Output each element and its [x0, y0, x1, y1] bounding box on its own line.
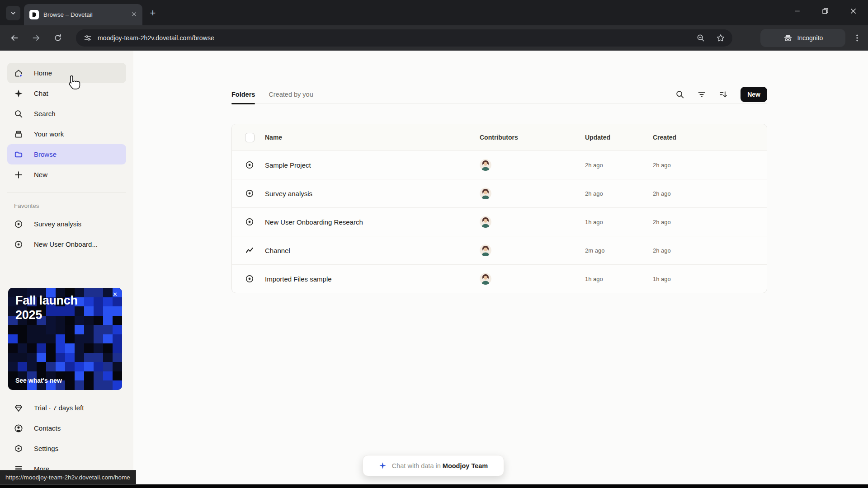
row-created: 2h ago: [653, 219, 767, 225]
incognito-label: Incognito: [797, 34, 823, 42]
contributor-avatar[interactable]: [480, 244, 491, 256]
fall-launch-promo-card[interactable]: Fall launch 2025 ✕ See what's new: [8, 288, 122, 390]
row-name[interactable]: Survey analysis: [265, 190, 477, 197]
contributor-avatar[interactable]: [480, 188, 491, 199]
contributor-avatar[interactable]: [480, 273, 491, 285]
settings-icon: [14, 444, 23, 453]
sidebar-footer-item-trial-7-days-left[interactable]: Trial · 7 days left: [7, 398, 126, 418]
sidebar-item-label: Browse: [34, 150, 57, 158]
back-icon[interactable]: [10, 33, 19, 42]
tab-strip-chevron-button[interactable]: [6, 6, 20, 20]
contributor-avatar[interactable]: [480, 159, 491, 171]
row-updated: 1h ago: [585, 219, 653, 225]
window-restore-button[interactable]: [811, 0, 839, 22]
sidebar-item-label: New: [34, 171, 47, 178]
row-name[interactable]: Imported Files sample: [265, 275, 477, 283]
promo-title: Fall launch 2025: [15, 293, 83, 323]
project-icon: [14, 240, 23, 249]
favorite-item-label: New User Onboard...: [34, 240, 98, 248]
filter-icon[interactable]: [697, 90, 706, 99]
dovetail-favicon: [29, 10, 39, 19]
row-updated: 2h ago: [585, 190, 653, 197]
promo-close-icon[interactable]: ✕: [113, 291, 118, 297]
sidebar-item-new[interactable]: New: [7, 164, 126, 185]
contact-icon: [14, 424, 23, 433]
project-icon: [245, 274, 254, 283]
promo-cta-link[interactable]: See what's new: [15, 377, 62, 384]
reload-icon[interactable]: [53, 33, 62, 42]
chat-with-data-button[interactable]: Chat with data in Moodjoy Team: [363, 455, 504, 476]
sidebar-divider: [7, 192, 126, 192]
table-row[interactable]: Survey analysis2h ago2h ago: [232, 179, 767, 207]
table-row[interactable]: New User Onboarding Research1h ago2h ago: [232, 207, 767, 236]
project-icon: [245, 189, 254, 198]
sidebar-item-browse[interactable]: Browse: [7, 144, 126, 164]
row-created: 2h ago: [653, 162, 767, 169]
sidebar-footer-item-settings[interactable]: Settings: [7, 438, 126, 459]
tab-folders[interactable]: Folders: [231, 85, 255, 103]
browser-tab[interactable]: Browse – Dovetail: [24, 4, 142, 25]
table-header: Name Contributors Updated Created: [232, 124, 767, 150]
row-created: 2h ago: [653, 190, 767, 197]
sidebar: HomeChatSearchYour workBrowseNew Favorit…: [0, 51, 133, 488]
row-name[interactable]: Sample Project: [265, 161, 477, 169]
close-icon: [131, 11, 137, 17]
zoom-icon[interactable]: [696, 33, 705, 42]
project-icon: [245, 160, 254, 169]
tab-close-button[interactable]: [131, 11, 137, 19]
chevron-down-icon: [9, 9, 18, 18]
status-url-bar: https://moodjoy-team-2h2v.dovetail.com/h…: [0, 470, 136, 485]
new-tab-button[interactable]: +: [146, 7, 159, 19]
footer-item-label: Contacts: [34, 424, 61, 432]
column-header-updated[interactable]: Updated: [585, 134, 653, 141]
screen-bottom-edge: [0, 484, 868, 488]
column-header-contributors[interactable]: Contributors: [477, 134, 585, 141]
footer-item-label: Trial · 7 days left: [34, 404, 84, 412]
main-area: Folders Created by you New Name Contribu…: [133, 51, 868, 488]
sidebar-item-label: Your work: [34, 130, 64, 138]
row-created: 2h ago: [653, 247, 767, 254]
favorite-item-new-user-onboard[interactable]: New User Onboard...: [7, 234, 126, 254]
favorite-item-survey-analysis[interactable]: Survey analysis: [7, 214, 126, 234]
bookmark-star-icon[interactable]: [716, 33, 725, 42]
folder-icon: [14, 150, 23, 159]
new-folder-button[interactable]: New: [741, 87, 767, 102]
gem-icon: [14, 404, 23, 413]
sort-icon[interactable]: [719, 90, 728, 99]
folders-tabs-row: Folders Created by you New: [231, 85, 767, 104]
column-header-created[interactable]: Created: [653, 134, 767, 141]
address-bar[interactable]: moodjoy-team-2h2v.dovetail.com/browse: [76, 29, 732, 47]
sidebar-item-your-work[interactable]: Your work: [7, 124, 126, 144]
chat-pill-text: Chat with data in Moodjoy Team: [392, 462, 488, 469]
url-text[interactable]: moodjoy-team-2h2v.dovetail.com/browse: [98, 34, 214, 42]
favorites-heading: Favorites: [14, 202, 119, 209]
select-all-checkbox[interactable]: [245, 133, 255, 142]
home-icon: [14, 69, 23, 78]
contributor-avatar[interactable]: [480, 216, 491, 228]
table-row[interactable]: Sample Project2h ago2h ago: [232, 150, 767, 179]
forward-icon[interactable]: [32, 33, 41, 42]
row-updated: 2h ago: [585, 162, 653, 169]
search-icon: [14, 109, 23, 118]
favorite-item-label: Survey analysis: [34, 220, 81, 228]
sidebar-footer-item-contacts[interactable]: Contacts: [7, 418, 126, 438]
sparkle-icon: [14, 89, 23, 98]
window-close-button[interactable]: [839, 0, 867, 22]
table-row[interactable]: Imported Files sample1h ago1h ago: [232, 264, 767, 293]
row-name[interactable]: New User Onboarding Research: [265, 218, 477, 226]
footer-item-label: Settings: [34, 445, 58, 452]
column-header-name[interactable]: Name: [265, 134, 477, 141]
sidebar-item-label: Chat: [34, 89, 48, 97]
window-minimize-button[interactable]: [783, 0, 811, 22]
site-settings-icon[interactable]: [83, 33, 92, 42]
sidebar-item-search[interactable]: Search: [7, 103, 126, 124]
table-row[interactable]: Channel2m ago2h ago: [232, 236, 767, 264]
sidebar-item-label: Home: [34, 69, 52, 77]
browser-menu-icon[interactable]: [853, 33, 862, 42]
folders-table: Name Contributors Updated Created Sample…: [231, 124, 767, 293]
hand-cursor: [66, 75, 82, 93]
row-name[interactable]: Channel: [265, 247, 477, 254]
search-icon[interactable]: [675, 90, 684, 99]
plus-icon: [14, 170, 23, 179]
tab-created-by-you[interactable]: Created by you: [269, 85, 313, 103]
